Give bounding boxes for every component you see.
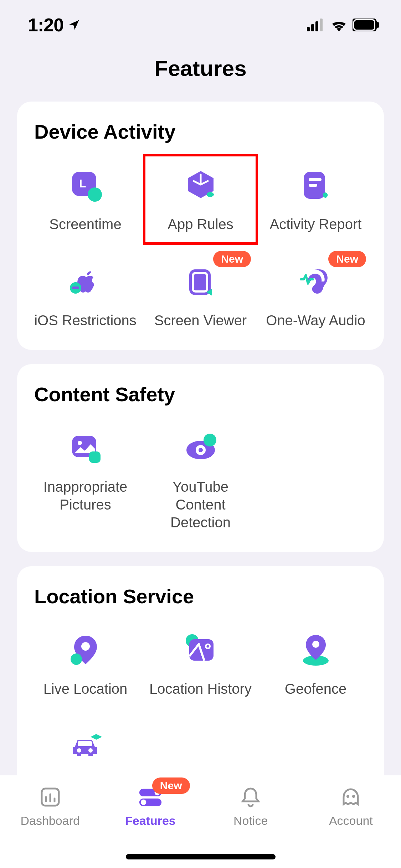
svg-rect-19 <box>89 451 101 463</box>
page-title: Features <box>0 56 401 81</box>
tab-label: Notice <box>233 814 268 828</box>
svg-rect-6 <box>377 22 379 28</box>
feature-scroll-area: Device Activity L Screentime <box>0 102 401 868</box>
svg-rect-34 <box>78 741 92 746</box>
svg-point-40 <box>346 795 349 798</box>
feature-screentime[interactable]: L Screentime <box>28 157 143 239</box>
screen-viewer-icon <box>179 260 222 303</box>
battery-icon <box>353 19 380 31</box>
feature-grid: Inappropriate Pictures YouTube Content D… <box>28 420 373 538</box>
svg-point-29 <box>206 645 209 647</box>
section-content-safety: Content Safety Inappropriate Pictures <box>17 364 384 552</box>
eye-icon <box>179 427 222 469</box>
svg-point-33 <box>88 748 93 753</box>
new-badge: New <box>152 777 190 794</box>
svg-rect-0 <box>307 27 310 31</box>
location-arrow-icon <box>68 19 81 31</box>
feature-grid: Live Location Location History <box>28 622 373 800</box>
status-time: 1:20 <box>28 14 63 36</box>
activity-report-icon <box>294 164 337 207</box>
svg-rect-14 <box>72 286 79 289</box>
section-title: Content Safety <box>34 383 373 406</box>
tab-notice[interactable]: Notice <box>201 784 301 828</box>
svg-point-24 <box>81 642 90 651</box>
tab-label: Dashboard <box>20 814 79 828</box>
feature-label: YouTube Content Detection <box>147 478 254 531</box>
feature-one-way-audio[interactable]: New One-Way Audio <box>258 254 373 336</box>
ghost-icon <box>338 784 364 810</box>
home-indicator[interactable] <box>126 854 276 859</box>
svg-point-23 <box>204 434 216 446</box>
feature-screen-viewer[interactable]: New Screen Viewer <box>143 254 258 336</box>
feature-label: Screen Viewer <box>154 311 247 329</box>
feature-label: Live Location <box>43 680 128 698</box>
feature-activity-report[interactable]: Activity Report <box>258 157 373 239</box>
map-icon <box>179 629 222 671</box>
svg-point-32 <box>77 748 81 753</box>
feature-label: Inappropriate Pictures <box>32 478 139 513</box>
feature-label: Location History <box>149 680 252 698</box>
feature-label: Activity Report <box>270 215 362 233</box>
dashboard-icon <box>37 784 63 810</box>
feature-label: One-Way Audio <box>266 311 365 329</box>
svg-point-9 <box>88 187 102 202</box>
section-title: Location Service <box>34 585 373 608</box>
ear-icon <box>294 260 337 303</box>
svg-point-41 <box>352 795 355 798</box>
feature-geofence[interactable]: Geofence <box>258 622 373 704</box>
svg-rect-3 <box>320 19 323 31</box>
app-rules-icon <box>179 164 222 207</box>
svg-rect-2 <box>315 21 318 31</box>
svg-rect-1 <box>311 24 314 31</box>
svg-rect-12 <box>309 184 317 187</box>
tab-features[interactable]: New Features <box>100 784 200 828</box>
tab-label: Features <box>125 814 176 828</box>
feature-live-location[interactable]: Live Location <box>28 622 143 704</box>
tab-bar: Dashboard New Features Notice <box>0 775 401 868</box>
feature-ios-restrictions[interactable]: iOS Restrictions <box>28 254 143 336</box>
svg-point-39 <box>141 800 146 805</box>
feature-label: Geofence <box>285 680 346 698</box>
tab-label: Account <box>329 814 373 828</box>
tab-dashboard[interactable]: Dashboard <box>0 784 100 828</box>
car-icon <box>64 725 107 768</box>
wifi-icon <box>330 19 348 31</box>
geofence-icon <box>294 629 337 671</box>
location-pin-icon <box>64 629 107 671</box>
svg-point-25 <box>71 653 82 665</box>
feature-inappropriate-pictures[interactable]: Inappropriate Pictures <box>28 420 143 538</box>
svg-point-18 <box>78 441 82 445</box>
status-bar: 1:20 <box>0 0 401 50</box>
feature-youtube-detection[interactable]: YouTube Content Detection <box>143 420 258 538</box>
status-indicators <box>307 19 380 31</box>
feature-grid: L Screentime App Rules <box>28 157 373 336</box>
screentime-icon: L <box>64 164 107 207</box>
svg-text:L: L <box>79 177 86 190</box>
pictures-icon <box>64 427 107 469</box>
section-title: Device Activity <box>34 120 373 143</box>
svg-rect-11 <box>309 178 322 181</box>
tab-account[interactable]: Account <box>301 784 401 828</box>
cellular-icon <box>307 19 325 31</box>
feature-location-history[interactable]: Location History <box>143 622 258 704</box>
feature-label: Screentime <box>49 215 121 233</box>
feature-label: iOS Restrictions <box>34 311 137 329</box>
svg-point-31 <box>312 641 319 648</box>
svg-point-22 <box>199 448 203 452</box>
bell-icon <box>237 784 264 810</box>
apple-icon <box>64 260 107 303</box>
svg-rect-5 <box>354 20 374 30</box>
status-time-area: 1:20 <box>28 14 81 36</box>
feature-label: App Rules <box>168 215 233 233</box>
feature-app-rules[interactable]: App Rules <box>143 157 258 239</box>
section-device-activity: Device Activity L Screentime <box>17 102 384 350</box>
